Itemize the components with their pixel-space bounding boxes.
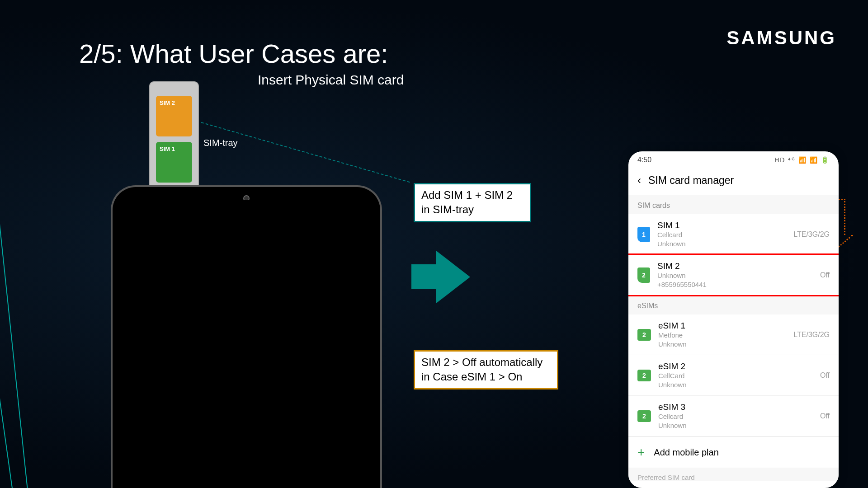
sim-phone: +855965550441 [657,280,813,289]
decorative-lines [0,172,90,488]
sim-phone: Unknown [657,239,786,249]
sim-name: SIM 1 [657,221,786,230]
plus-icon: + [637,445,645,460]
section-preferred: Preferred SIM card [628,468,839,481]
sim-name: eSIM 3 [658,402,813,412]
esim-icon: 2 [637,410,651,422]
sim-status: LTE/3G/2G [793,331,830,339]
section-esims: eSIMs [628,295,839,314]
sim-phone: Unknown [658,421,813,430]
slide-title: 2/5: What User Cases are: [79,38,388,69]
sim-carrier: Metfone [658,331,786,340]
sim-name: eSIM 2 [658,361,813,371]
sim-carrier: CellCard [658,371,813,380]
esim-icon: 2 [637,370,651,381]
esim-row[interactable]: 2 eSIM 2 CellCard Unknown Off [628,355,839,396]
sim-name: eSIM 1 [658,321,786,331]
section-sim-cards: SIM cards [628,195,839,214]
dashed-connector [201,122,410,183]
sim-row[interactable]: 1 SIM 1 Cellcard Unknown LTE/3G/2G [628,214,839,255]
sim-status: Off [820,371,830,380]
slide-subtitle: Insert Physical SIM card [258,72,404,88]
sim-status: LTE/3G/2G [793,230,830,239]
status-time: 4:50 [637,156,651,164]
sim-carrier: Cellcard [657,230,786,239]
phone-outline [111,185,382,488]
sim-status: Off [820,412,830,420]
add-mobile-plan-button[interactable]: + Add mobile plan [628,436,839,468]
sim-phone: Unknown [658,380,813,389]
add-plan-label: Add mobile plan [654,447,718,458]
esim-icon: 2 [637,329,651,341]
sim-row-highlighted[interactable]: 2 SIM 2 Unknown +855965550441 Off [628,253,839,296]
callout-sim2-off: SIM 2 > Off automatically in Case eSIM 1… [414,350,558,389]
sim-manager-screenshot: 4:50 HD ⁴ᴳ 📶 📶 🔋 ‹ SIM card manager SIM … [628,151,839,488]
sim-tray-illustration: SIM 2 SIM 1 [149,81,199,192]
status-bar: 4:50 HD ⁴ᴳ 📶 📶 🔋 [628,151,839,169]
sim-carrier: Unknown [657,271,813,280]
sim2-card: SIM 2 [156,96,192,136]
callout-add-sim: Add SIM 1 + SIM 2 in SIM-tray [414,183,531,222]
sim-icon: 2 [637,267,650,283]
sim-status: Off [820,271,830,279]
sim-icon: 1 [637,227,650,242]
back-icon[interactable]: ‹ [637,174,641,187]
sim-name: SIM 2 [657,261,813,271]
samsung-logo: SAMSUNG [726,27,836,49]
screen-title: SIM card manager [648,174,734,187]
phone-screen-black [125,200,368,488]
sim-carrier: Cellcard [658,412,813,421]
sim-tray-caption: SIM-tray [203,138,238,148]
sim-phone: Unknown [658,340,786,349]
esim-row[interactable]: 2 eSIM 1 Metfone Unknown LTE/3G/2G [628,314,839,355]
sim1-card: SIM 1 [156,142,192,183]
esim-row[interactable]: 2 eSIM 3 Cellcard Unknown Off [628,396,839,436]
status-icons: HD ⁴ᴳ 📶 📶 🔋 [774,156,830,164]
screen-header[interactable]: ‹ SIM card manager [628,169,839,195]
